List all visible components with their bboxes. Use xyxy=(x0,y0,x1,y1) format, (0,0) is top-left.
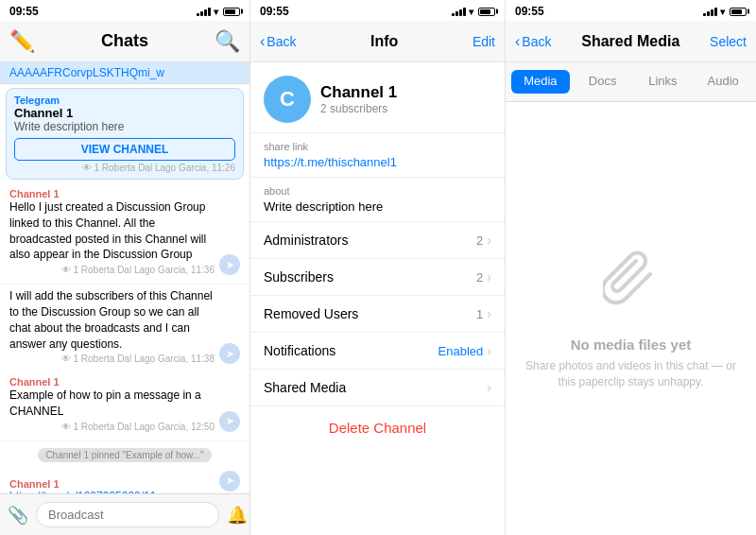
status-icons-right: ▾ xyxy=(703,7,747,17)
msg-meta-3: 👁 1 Roberta Dal Lago Garcia, 12:50 xyxy=(9,422,215,432)
compose-icon[interactable]: ✏️ xyxy=(9,29,35,54)
back-button-right[interactable]: ‹ Back xyxy=(515,33,551,50)
administrators-row[interactable]: Administrators 2 › xyxy=(250,222,505,259)
battery-icon-right xyxy=(730,8,747,16)
select-button[interactable]: Select xyxy=(710,34,747,49)
info-header: ‹ Back Info Edit xyxy=(250,21,505,62)
search-icon[interactable]: 🔍 xyxy=(215,29,240,54)
chats-title: Chats xyxy=(35,31,215,51)
edit-button[interactable]: Edit xyxy=(472,34,495,49)
msg-meta-2: 👁 1 Roberta Dal Lago Garcia, 11:38 xyxy=(9,354,215,364)
battery-icon xyxy=(223,8,240,16)
system-message: Channel 1 pinned "Example of how..." xyxy=(38,448,211,462)
status-icons-middle: ▾ xyxy=(452,7,495,17)
status-bar-right: 09:55 ▾ xyxy=(506,0,756,21)
chevron-notif: › xyxy=(487,343,491,358)
back-button-middle[interactable]: ‹ Back xyxy=(260,33,296,50)
info-content: C Channel 1 2 subscribers share link htt… xyxy=(250,62,505,535)
tab-links[interactable]: Links xyxy=(634,66,693,97)
no-media-title: No media files yet xyxy=(571,337,692,353)
middle-panel: 09:55 ▾ ‹ Back Info Edit C Channel xyxy=(250,0,506,535)
paperclip-icon xyxy=(603,248,660,325)
shared-media-title: Shared Media xyxy=(581,33,679,50)
signal-icon-mid xyxy=(452,8,466,16)
no-media-subtitle: Share photos and videos in this chat — o… xyxy=(524,358,737,390)
tab-media[interactable]: Media xyxy=(511,70,570,94)
battery-icon-mid xyxy=(478,8,495,16)
link-sender: Channel 1 xyxy=(9,478,163,490)
view-channel-button[interactable]: VIEW CHANNEL xyxy=(14,138,235,161)
share-link-url[interactable]: https://t.me/thischannel1 xyxy=(264,155,491,169)
chevron-removed: › xyxy=(487,306,491,321)
sender-1: Channel 1 xyxy=(9,188,215,199)
info-header-title: Info xyxy=(370,33,398,50)
wifi-icon-mid: ▾ xyxy=(469,7,473,17)
my-message-area: I will add the subscribers of this Chann… xyxy=(0,285,249,371)
input-bar: 📎 🔔 🎤 xyxy=(0,493,249,535)
message-text-2: I will add the subscribers of this Chann… xyxy=(9,288,215,352)
send-arrow-3[interactable]: ➤ xyxy=(219,411,240,432)
channel-subscribers: 2 subscribers xyxy=(320,102,397,115)
link-text[interactable]: https://t.me/c/1307925099/11 xyxy=(9,490,163,493)
chat-message-3: Channel 1 Example of how to pin a messag… xyxy=(0,371,249,441)
channel-tag: Telegram xyxy=(14,95,235,106)
removed-users-row[interactable]: Removed Users 1 › xyxy=(250,296,505,333)
left-panel: 09:55 ▾ ✏️ Chats 🔍 AAAAAFRCorvpLSKTHQmi_… xyxy=(0,0,250,535)
channel-preview-desc: Write description here xyxy=(14,120,235,133)
tab-docs[interactable]: Docs xyxy=(574,66,632,97)
notifications-row[interactable]: Notifications Enabled › xyxy=(250,333,505,370)
shared-media-row[interactable]: Shared Media › xyxy=(250,370,505,406)
about-section: about Write description here xyxy=(250,178,505,222)
msg-meta-1: 👁 1 Roberta Dal Lago Garcia, 11:36 xyxy=(9,265,215,275)
signal-icon xyxy=(197,8,211,16)
channel-avatar: C xyxy=(264,76,311,123)
about-label: about xyxy=(264,185,491,197)
channel-name: Channel 1 xyxy=(320,83,397,102)
bell-icon[interactable]: 🔔 xyxy=(227,505,248,526)
media-tabs: Media Docs Links Audio xyxy=(506,62,756,102)
share-link-label: share link xyxy=(264,141,491,152)
channel-preview-meta: 👁 1 Roberta Dal Lago Garcia, 11:26 xyxy=(14,163,235,173)
status-bar-left: 09:55 ▾ xyxy=(0,0,249,21)
signal-icon-right xyxy=(703,8,717,16)
chevron-media: › xyxy=(487,380,491,395)
eye-icon-3: 👁 xyxy=(61,422,71,432)
wifi-icon: ▾ xyxy=(214,7,218,17)
channel-preview-name: Channel 1 xyxy=(14,106,235,120)
send-arrow-1[interactable]: ➤ xyxy=(219,254,240,275)
send-arrow-4[interactable]: ➤ xyxy=(219,471,240,492)
wifi-icon-right: ▾ xyxy=(720,7,725,17)
back-chevron-right: ‹ xyxy=(515,33,520,50)
message-text-3: Example of how to pin a message in a CHA… xyxy=(9,388,215,420)
about-text: Write description here xyxy=(264,199,491,214)
status-icons-left: ▾ xyxy=(197,7,240,17)
chats-header: ✏️ Chats 🔍 xyxy=(0,21,249,62)
channel-preview-card[interactable]: Telegram Channel 1 Write description her… xyxy=(6,88,244,180)
delete-channel-button[interactable]: Delete Channel xyxy=(250,406,505,449)
tab-audio[interactable]: Audio xyxy=(694,66,752,97)
chat-message-1: Channel 1 Hello I just created a Discuss… xyxy=(0,183,249,285)
time-left: 09:55 xyxy=(9,5,39,18)
share-link-section: share link https://t.me/thischannel1 xyxy=(250,133,505,178)
back-chevron-middle: ‹ xyxy=(260,33,265,50)
eye-icon: 👁 xyxy=(82,163,92,173)
status-bar-middle: 09:55 ▾ xyxy=(250,0,505,21)
attachment-icon[interactable]: 📎 xyxy=(8,505,28,526)
send-arrow-2[interactable]: ➤ xyxy=(219,343,240,364)
chat-id-banner: AAAAAFRCorvpLSKTHQmi_w xyxy=(0,62,249,84)
eye-icon-1: 👁 xyxy=(61,265,71,275)
eye-icon-2: 👁 xyxy=(61,354,71,364)
time-right: 09:55 xyxy=(515,5,544,18)
chevron-subs: › xyxy=(487,269,491,285)
chevron-admin: › xyxy=(487,233,491,248)
sender-3: Channel 1 xyxy=(9,376,215,388)
link-message: Channel 1 https://t.me/c/1307925099/11 👁… xyxy=(0,466,249,493)
time-middle: 09:55 xyxy=(260,5,289,18)
chat-list: AAAAAFRCorvpLSKTHQmi_w Telegram Channel … xyxy=(0,62,249,493)
message-text-1: Hello I just created a Discussion Group … xyxy=(9,199,215,263)
subscribers-row[interactable]: Subscribers 2 › xyxy=(250,259,505,296)
broadcast-input[interactable] xyxy=(36,502,219,527)
no-media-area: No media files yet Share photos and vide… xyxy=(506,102,756,535)
shared-media-header: ‹ Back Shared Media Select xyxy=(506,21,756,62)
right-panel: 09:55 ▾ ‹ Back Shared Media Select Media… xyxy=(506,0,756,535)
